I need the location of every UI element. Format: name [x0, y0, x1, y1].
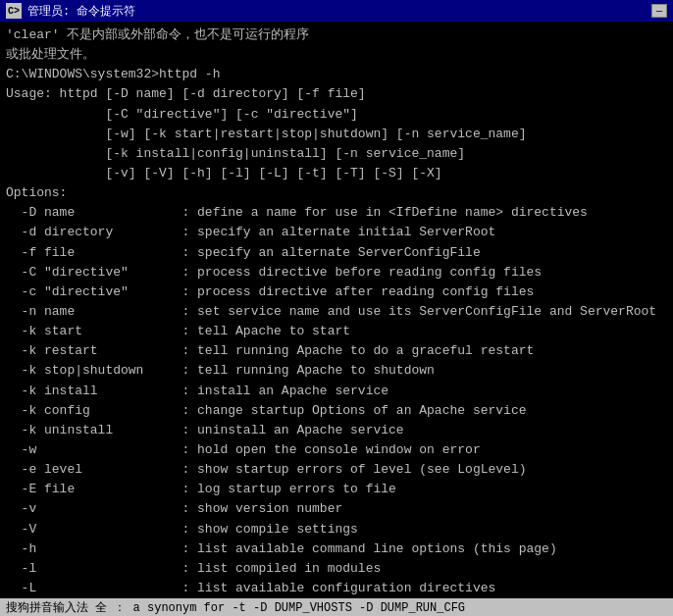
title-bar-icon: C>	[6, 3, 22, 19]
console-line: -k restart : tell running Apache to do a…	[6, 341, 667, 361]
console-line: -n name : set service name and use its S…	[6, 302, 667, 322]
console-line: -k uninstall : uninstall an Apache servi…	[6, 421, 667, 440]
console-line: -f file : specify an alternate ServerCon…	[6, 243, 667, 263]
console-line: -k start : tell Apache to start	[6, 322, 667, 341]
console-line: -L : list available configuration direct…	[6, 579, 667, 598]
console-line: C:\WINDOWS\system32>httpd -h	[6, 65, 667, 84]
console-line: -E file : log startup errors to file	[6, 480, 667, 499]
pinyin-bar: 搜狗拼音输入法 全 ： a synonym for -t -D DUMP_VHO…	[0, 598, 673, 616]
console-line: -V : show compile settings	[6, 520, 667, 539]
console-line: Usage: httpd [-D name] [-d directory] [-…	[6, 84, 667, 104]
console-line: -v : show version number	[6, 499, 667, 519]
minimize-button[interactable]: —	[651, 4, 667, 18]
console-line: 'clear' 不是内部或外部命令，也不是可运行的程序	[6, 26, 667, 45]
console-line: -k stop|shutdown : tell running Apache t…	[6, 361, 667, 381]
console-line: -k config : change startup Options of an…	[6, 401, 667, 421]
title-bar-title: 管理员: 命令提示符	[27, 3, 135, 20]
console-line: -w : hold open the console window on err…	[6, 440, 667, 460]
console-area: 'clear' 不是内部或外部命令，也不是可运行的程序或批处理文件。C:\WIN…	[0, 22, 673, 616]
console-line: Options:	[6, 183, 667, 203]
console-line: 或批处理文件。	[6, 45, 667, 65]
console-line: [-v] [-V] [-h] [-l] [-L] [-t] [-T] [-S] …	[6, 164, 667, 183]
console-line: -e level : show startup errors of level …	[6, 460, 667, 480]
console-line: -d directory : specify an alternate init…	[6, 223, 667, 242]
title-bar: C> 管理员: 命令提示符 —	[0, 0, 673, 22]
console-line: -D name : define a name for use in <IfDe…	[6, 203, 667, 223]
console-line: [-w] [-k start|restart|stop|shutdown] [-…	[6, 125, 667, 144]
console-line: -h : list available command line options…	[6, 539, 667, 559]
console-line: -c "directive" : process directive after…	[6, 282, 667, 302]
console-line: -l : list compiled in modules	[6, 559, 667, 579]
console-line: -k install : install an Apache service	[6, 382, 667, 401]
console-line: -C "directive" : process directive befor…	[6, 263, 667, 282]
console-line: [-C "directive"] [-c "directive"]	[6, 105, 667, 125]
console-line: [-k install|config|uninstall] [-n servic…	[6, 144, 667, 164]
